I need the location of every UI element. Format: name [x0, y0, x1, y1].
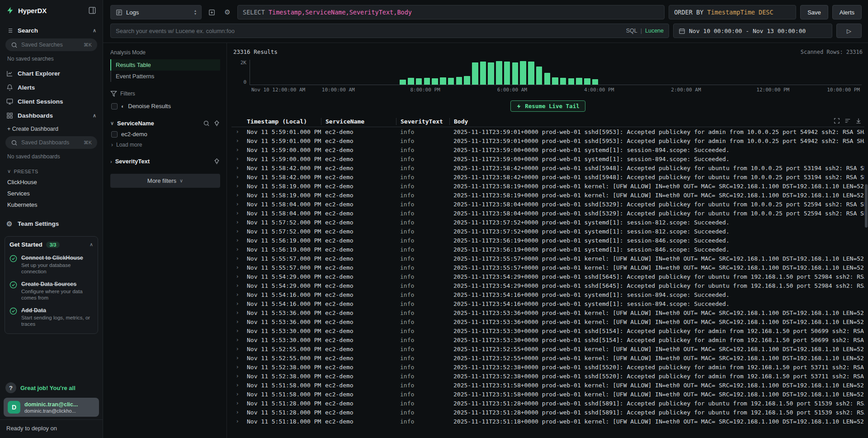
row-expand-chevron[interactable]: ›	[231, 309, 243, 316]
filter-value-ec2-demo[interactable]: ec2-demo	[110, 129, 220, 140]
save-button[interactable]: Save	[800, 5, 828, 19]
histogram-bar[interactable]	[496, 61, 502, 85]
histogram-bar[interactable]	[544, 73, 551, 85]
sidebar-item-team-settings[interactable]: ⚙ Team Settings	[0, 217, 103, 231]
row-expand-chevron[interactable]: ›	[231, 174, 243, 180]
row-expand-chevron[interactable]: ›	[231, 156, 243, 162]
row-expand-chevron[interactable]: ›	[231, 328, 243, 334]
row-expand-chevron[interactable]: ›	[231, 201, 243, 207]
sidebar-item-search[interactable]: Search ∧	[0, 23, 103, 38]
table-row[interactable]: ›Nov 11 5:54:29.000 PMec2-demoinfo2025-1…	[231, 272, 864, 281]
row-expand-chevron[interactable]: ›	[231, 391, 243, 397]
table-row[interactable]: ›Nov 11 5:52:55.000 PMec2-demoinfo2025-1…	[231, 353, 864, 362]
scrollbar-thumb[interactable]	[865, 184, 868, 228]
histogram-bar[interactable]	[416, 78, 422, 85]
row-expand-chevron[interactable]: ›	[231, 138, 243, 144]
sql-mode-button[interactable]: SQL	[626, 28, 637, 34]
histogram-bar[interactable]	[504, 62, 510, 85]
table-row[interactable]: ›Nov 11 5:53:36.000 PMec2-demoinfo2025-1…	[231, 308, 864, 317]
lucene-mode-button[interactable]: Lucene	[645, 28, 664, 34]
time-range-picker[interactable]: Nov 10 00:00:00 - Nov 13 00:00:00	[673, 24, 832, 38]
row-expand-chevron[interactable]: ›	[231, 147, 243, 153]
table-row[interactable]: ›Nov 11 5:52:55.000 PMec2-demoinfo2025-1…	[231, 344, 864, 353]
table-row[interactable]: ›Nov 11 5:51:28.000 PMec2-demoinfo2025-1…	[231, 408, 864, 417]
table-row[interactable]: ›Nov 11 5:55:57.000 PMec2-demoinfo2025-1…	[231, 263, 864, 272]
sidebar-item-client-sessions[interactable]: Client Sessions	[0, 95, 103, 109]
histogram-plot[interactable]	[250, 60, 862, 85]
row-expand-chevron[interactable]: ›	[231, 255, 243, 262]
row-expand-chevron[interactable]: ›	[231, 237, 243, 243]
table-row[interactable]: ›Nov 11 5:54:29.000 PMec2-demoinfo2025-1…	[231, 281, 864, 290]
presets-section-toggle[interactable]: ∨ PRESETS	[0, 164, 103, 176]
resume-live-tail-button[interactable]: Resume Live Tail	[510, 100, 585, 112]
saved-dashboards-input[interactable]: Saved Dashboards ⌘K	[5, 136, 97, 149]
sidebar-collapse-icon[interactable]	[88, 6, 96, 14]
table-row[interactable]: ›Nov 11 5:53:30.000 PMec2-demoinfo2025-1…	[231, 326, 864, 335]
row-expand-chevron[interactable]: ›	[231, 409, 243, 415]
table-options-icon[interactable]	[844, 118, 851, 124]
table-row[interactable]: ›Nov 11 5:51:18.000 PMec2-demoinfo2025-1…	[231, 417, 864, 426]
table-scrollbar[interactable]	[864, 177, 868, 435]
help-button[interactable]: ?	[5, 382, 16, 393]
user-menu[interactable]: D dominic.tran@clic... dominic.tran@clic…	[4, 398, 99, 417]
row-expand-chevron[interactable]: ›	[231, 418, 243, 424]
denoise-results-checkbox-row[interactable]: ◐ Denoise Results	[110, 100, 220, 112]
histogram-bar[interactable]	[560, 78, 566, 85]
filter-group-severitytext[interactable]: › SeverityText	[110, 156, 220, 167]
sidebar-item-kubernetes[interactable]: Kubernetes	[0, 199, 103, 210]
row-expand-chevron[interactable]: ›	[231, 246, 243, 252]
alerts-button[interactable]: Alerts	[832, 5, 862, 19]
load-more-button[interactable]: › Load more	[110, 140, 220, 150]
denoise-checkbox[interactable]	[111, 103, 118, 110]
row-expand-chevron[interactable]: ›	[231, 346, 243, 352]
get-started-item-add-data[interactable]: Add Data Start sending logs, metrics, or…	[9, 304, 93, 330]
pin-icon[interactable]	[213, 120, 220, 127]
table-row[interactable]: ›Nov 11 5:59:00.000 PMec2-demoinfo2025-1…	[231, 145, 864, 154]
histogram-bar[interactable]	[520, 61, 526, 85]
histogram-bar[interactable]	[528, 62, 534, 85]
histogram-bar[interactable]	[568, 78, 575, 85]
histogram-bar[interactable]	[472, 62, 478, 85]
table-row[interactable]: ›Nov 11 5:52:38.000 PMec2-demoinfo2025-1…	[231, 362, 864, 371]
pin-icon[interactable]	[213, 158, 220, 165]
table-row[interactable]: ›Nov 11 5:54:16.000 PMec2-demoinfo2025-1…	[231, 290, 864, 299]
mode-event-patterns[interactable]: Event Patterns	[110, 71, 220, 82]
histogram-bar[interactable]	[424, 78, 430, 85]
search-input[interactable]	[116, 28, 623, 34]
row-expand-chevron[interactable]: ›	[231, 228, 243, 234]
table-row[interactable]: ›Nov 11 5:59:01.000 PMec2-demoinfo2025-1…	[231, 127, 864, 136]
histogram-bar[interactable]	[552, 77, 558, 85]
add-source-button[interactable]	[206, 5, 217, 19]
chevron-up-icon[interactable]: ∧	[93, 113, 96, 119]
column-header-timestamp[interactable]: Timestamp (Local)	[243, 118, 321, 125]
table-row[interactable]: ›Nov 11 5:58:19.000 PMec2-demoinfo2025-1…	[231, 190, 864, 200]
histogram-bar[interactable]	[448, 78, 454, 85]
sidebar-item-chart-explorer[interactable]: Chart Explorer	[0, 67, 103, 81]
create-dashboard-button[interactable]: + Create Dashboard	[0, 123, 103, 135]
mode-results-table[interactable]: Results Table	[110, 59, 220, 71]
table-row[interactable]: ›Nov 11 5:58:19.000 PMec2-demoinfo2025-1…	[231, 181, 864, 190]
histogram-bar[interactable]	[592, 79, 599, 85]
chevron-up-icon[interactable]: ∧	[93, 28, 96, 33]
sidebar-item-dashboards[interactable]: Dashboards ∧	[0, 109, 103, 123]
histogram-bar[interactable]	[408, 78, 414, 85]
row-expand-chevron[interactable]: ›	[231, 129, 243, 135]
filter-group-servicename[interactable]: ∨ ServiceName	[110, 118, 220, 129]
table-row[interactable]: ›Nov 11 5:55:57.000 PMec2-demoinfo2025-1…	[231, 254, 864, 263]
event-search-field[interactable]: SQL | Lucene	[110, 24, 669, 38]
row-expand-chevron[interactable]: ›	[231, 373, 243, 379]
histogram-bar[interactable]	[488, 62, 494, 85]
histogram-bar[interactable]	[464, 76, 470, 85]
row-expand-chevron[interactable]: ›	[231, 165, 243, 171]
histogram-bar[interactable]	[400, 80, 406, 85]
histogram-bar[interactable]	[576, 78, 582, 85]
histogram-bar[interactable]	[456, 77, 462, 85]
table-row[interactable]: ›Nov 11 5:56:19.000 PMec2-demoinfo2025-1…	[231, 236, 864, 245]
sidebar-item-alerts[interactable]: Alerts	[0, 81, 103, 95]
table-row[interactable]: ›Nov 11 5:54:16.000 PMec2-demoinfo2025-1…	[231, 299, 864, 308]
get-started-item-connect[interactable]: Connect to ClickHouse Set up your databa…	[9, 252, 93, 278]
table-row[interactable]: ›Nov 11 5:52:38.000 PMec2-demoinfo2025-1…	[231, 371, 864, 381]
get-started-item-sources[interactable]: Create Data Sources Configure where your…	[9, 278, 93, 304]
column-header-servicename[interactable]: ServiceName	[321, 118, 396, 125]
histogram-bar[interactable]	[536, 67, 542, 85]
